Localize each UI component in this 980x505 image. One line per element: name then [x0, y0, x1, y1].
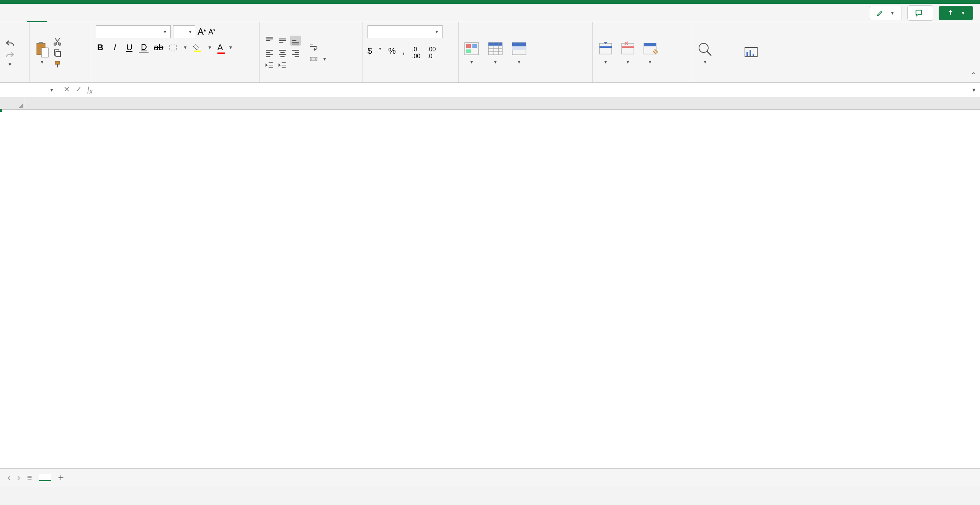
- decrease-font-icon[interactable]: A▾: [208, 28, 215, 36]
- delete-cells-button[interactable]: ▾: [619, 41, 636, 65]
- merge-icon: [309, 55, 318, 63]
- chevron-down-icon: ▼: [40, 59, 44, 65]
- collapse-ribbon-icon[interactable]: ⌃: [970, 71, 976, 79]
- copy-icon[interactable]: [53, 48, 62, 57]
- svg-rect-7: [55, 61, 60, 64]
- group-number: ▼ $▾ % , .0.00 .00.0: [363, 22, 459, 82]
- svg-rect-26: [622, 43, 634, 54]
- borders-button[interactable]: [168, 43, 178, 52]
- analyse-data-icon: [743, 44, 760, 60]
- delete-cells-icon: [619, 41, 636, 56]
- double-underline-button[interactable]: D: [139, 42, 149, 52]
- align-top-icon[interactable]: [264, 36, 275, 46]
- chevron-down-icon: ▾: [494, 59, 497, 65]
- cut-icon[interactable]: [53, 37, 62, 46]
- align-left-icon[interactable]: [264, 48, 275, 58]
- tab-insert[interactable]: [47, 4, 67, 22]
- chevron-down-icon[interactable]: ▼: [8, 62, 12, 67]
- currency-button[interactable]: $: [368, 46, 372, 60]
- redo-icon[interactable]: [5, 50, 15, 59]
- chevron-down-icon[interactable]: ▼: [228, 45, 233, 50]
- sheet-tab[interactable]: [39, 474, 51, 481]
- group-cells: ▾ ▾ ▾: [593, 22, 692, 82]
- format-cells-button[interactable]: ▾: [642, 41, 658, 65]
- font-size-select[interactable]: ▼: [173, 25, 195, 38]
- insert-cells-icon: [597, 41, 614, 56]
- svg-rect-16: [488, 43, 502, 46]
- ribbon: ▼ ▼ ▼ ▼ A▴ A▾: [0, 22, 980, 83]
- group-editing-label: [697, 80, 733, 81]
- underline-button[interactable]: U: [125, 43, 134, 52]
- formula-expand-icon[interactable]: ▾: [968, 86, 980, 93]
- mode-editing-dropdown[interactable]: ▼: [869, 6, 902, 20]
- sheet-prev-icon[interactable]: ‹: [8, 473, 10, 483]
- formula-accept-icon[interactable]: ✓: [75, 85, 82, 95]
- cell-styles-button[interactable]: ▾: [511, 41, 528, 65]
- share-button[interactable]: ▼: [939, 6, 973, 20]
- tab-view[interactable]: [166, 4, 186, 22]
- select-all-corner[interactable]: [0, 97, 25, 109]
- increase-font-icon[interactable]: A▴: [198, 26, 206, 37]
- svg-rect-22: [512, 43, 526, 46]
- spreadsheet-grid: ➤: [0, 97, 980, 468]
- decrease-decimal-icon[interactable]: .00.0: [427, 46, 436, 60]
- undo-icon[interactable]: [5, 39, 15, 47]
- chevron-down-icon: ▼: [49, 87, 54, 93]
- align-bottom-icon[interactable]: [290, 36, 301, 46]
- svg-rect-14: [466, 49, 471, 53]
- align-middle-icon[interactable]: [277, 36, 288, 46]
- italic-button[interactable]: I: [110, 43, 119, 52]
- tab-data[interactable]: [126, 4, 146, 22]
- format-painter-icon[interactable]: [53, 60, 62, 69]
- sheet-next-icon[interactable]: ›: [17, 473, 20, 483]
- tab-file[interactable]: [7, 4, 27, 22]
- decrease-indent-icon[interactable]: [264, 60, 275, 70]
- insert-cells-button[interactable]: ▾: [597, 41, 614, 65]
- editing-menu-button[interactable]: ▾: [697, 41, 714, 65]
- comments-button[interactable]: [907, 5, 933, 21]
- tab-review[interactable]: [146, 4, 166, 22]
- percent-button[interactable]: %: [388, 46, 396, 60]
- add-sheet-button[interactable]: +: [58, 472, 64, 484]
- font-name-select[interactable]: ▼: [96, 25, 171, 38]
- increase-indent-icon[interactable]: [277, 60, 288, 70]
- cell-styles-icon: [511, 41, 528, 56]
- comma-button[interactable]: ,: [403, 46, 405, 60]
- group-styles-label: [463, 80, 588, 81]
- paste-button[interactable]: ▼: [34, 41, 50, 65]
- all-sheets-icon[interactable]: ≡: [27, 473, 32, 483]
- name-box[interactable]: ▼: [0, 83, 58, 97]
- conditional-formatting-button[interactable]: ▾: [463, 41, 480, 65]
- tab-page-layout[interactable]: [87, 4, 106, 22]
- analyse-data-button[interactable]: [743, 44, 760, 61]
- tab-formulas[interactable]: [106, 4, 126, 22]
- tab-draw[interactable]: [67, 4, 87, 22]
- chevron-down-icon[interactable]: ▾: [379, 46, 381, 60]
- format-as-table-button[interactable]: ▾: [487, 41, 504, 65]
- svg-rect-34: [750, 50, 751, 56]
- chevron-down-icon: ▾: [604, 59, 607, 65]
- align-center-icon[interactable]: [277, 48, 288, 58]
- group-clipboard-label: [34, 80, 86, 81]
- wrap-text-button[interactable]: [309, 43, 327, 51]
- svg-rect-2: [41, 48, 48, 57]
- group-font-label: [96, 80, 255, 81]
- magnifier-icon: [697, 41, 714, 56]
- number-format-select[interactable]: ▼: [368, 25, 443, 38]
- chevron-down-icon[interactable]: ▼: [183, 45, 188, 50]
- tab-help[interactable]: [186, 4, 206, 22]
- formula-cancel-icon[interactable]: ✕: [64, 85, 70, 95]
- align-right-icon[interactable]: [290, 48, 301, 58]
- strikethrough-button[interactable]: ab: [154, 43, 163, 52]
- group-cells-label: [597, 80, 687, 81]
- increase-decimal-icon[interactable]: .0.00: [412, 46, 420, 60]
- chevron-down-icon[interactable]: ▼: [207, 45, 212, 50]
- font-color-button[interactable]: A: [217, 43, 223, 52]
- tab-home[interactable]: [27, 4, 47, 22]
- chevron-down-icon: ▼: [163, 29, 167, 34]
- format-as-table-icon: [487, 41, 504, 56]
- bold-button[interactable]: B: [96, 43, 105, 52]
- fill-color-button[interactable]: [193, 43, 202, 52]
- fx-icon[interactable]: fx: [87, 85, 93, 95]
- merge-centre-button[interactable]: ▼: [309, 55, 327, 63]
